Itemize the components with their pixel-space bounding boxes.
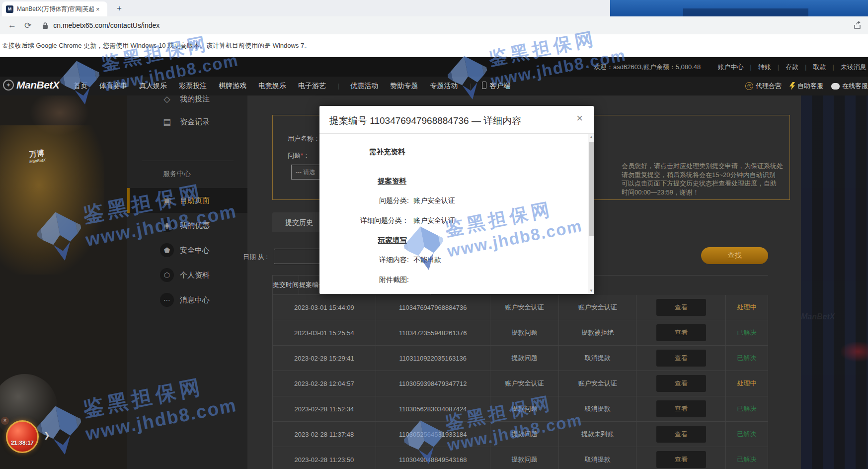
widget-expand-chevron-icon[interactable]: ❯ (44, 431, 50, 440)
sidebar-item[interactable]: ⋯ 消息中心 (127, 287, 247, 312)
cell-detail: 查看 (636, 447, 726, 469)
scroll-up-icon[interactable]: ▲ (589, 135, 594, 139)
url-text[interactable]: cn.mebetx65.com/contactUs/index (53, 21, 159, 29)
view-button[interactable]: 查看 (656, 400, 706, 417)
sidebar-item[interactable]: ▤ 资金记录 (127, 110, 247, 133)
cell-category: 提款问题 (490, 320, 559, 346)
nav-right-menu: 代代理合营自助客服在线客服 (745, 77, 868, 95)
cell-status: 已解决 (726, 396, 768, 422)
account-link[interactable]: 账户中心 (717, 63, 743, 72)
nav-item[interactable]: 彩票投注 (179, 82, 207, 91)
account-link[interactable]: 取款 (798, 63, 826, 72)
nav-item[interactable]: 电竞娱乐 (258, 82, 286, 91)
sidebar-item[interactable]: ◉ 我的优惠 (127, 213, 247, 238)
tab-close-icon[interactable]: × (96, 5, 100, 13)
modal-heading-supplement: 需补充资料 (369, 147, 405, 157)
cell-category: 提款问题 (490, 396, 559, 422)
refresh-icon[interactable]: ⟳ (24, 20, 31, 31)
modal-heading-proposal: 提案资料 (378, 177, 406, 186)
cell-subcategory: 取消提款 (559, 346, 636, 371)
modal-scrollbar[interactable]: ▲ ▼ (588, 134, 594, 294)
sidebar-item-icon: ⋯ (160, 293, 174, 307)
background-window-titlebar (683, 8, 808, 16)
nav-item[interactable]: 棋牌游戏 (219, 82, 246, 91)
modal-heading-player: 玩家填写 (378, 236, 407, 245)
account-bar: 欢迎：asd62603,账户余额：5,080.48 账户中心转账存款取款未读消息 (0, 57, 868, 77)
sidebar-item-label: 资金记录 (180, 117, 210, 127)
search-button[interactable]: 查找 (701, 247, 768, 264)
new-tab-button[interactable]: + (113, 2, 125, 14)
cell-proposal-id: 1103110922035163136 (376, 346, 490, 371)
cell-submit-time: 2023-02-28 11:37:48 (273, 422, 376, 447)
window-frame-aero (610, 0, 868, 16)
tab-submit-history[interactable]: 提交历史 (272, 212, 326, 232)
cell-proposal-id: 1103476947968884736 (376, 295, 490, 320)
account-link[interactable]: 未读消息 (826, 63, 867, 72)
view-button[interactable]: 查看 (656, 375, 706, 392)
member-sidebar: ◇ 我的投注 ▤ 资金记录 服务中心 ▣ 自助页面 ◉ 我的优惠 ⬟ 安全中心 … (127, 95, 247, 469)
nav-item[interactable]: 客户端 (470, 82, 510, 91)
cell-status: 已解决 (726, 320, 768, 346)
view-button[interactable]: 查看 (656, 350, 706, 367)
history-table: 提交时间提案编号问题分类详细问题分类详细内容状态 2023-03-01 15:4… (272, 275, 768, 469)
nav-item[interactable]: 电子游艺 (298, 82, 326, 91)
logo-text: ManBetX (16, 79, 59, 91)
cell-proposal-id: 1103472355948261376 (376, 320, 490, 346)
nav-item[interactable]: 专题活动 (430, 82, 458, 91)
table-row: 2023-02-28 15:29:41 1103110922035163136 … (273, 346, 768, 371)
sidebar-item-icon: ▤ (160, 115, 174, 129)
proposal-detail-modal: 提案编号 1103476947968884736 — 详细内容 × 需补充资料 … (319, 106, 594, 294)
status-badge: 已解决 (737, 455, 757, 464)
account-link[interactable]: 转账 (743, 63, 771, 72)
username-label: 用户名称： (288, 134, 320, 143)
sidebar-item[interactable]: ⬟ 安全中心 (127, 238, 247, 263)
sidebar-item-icon: ⬟ (160, 243, 174, 257)
modal-field-subcategory: 详细问题分类：账户安全认证 (319, 216, 455, 225)
sidebar-item-label: 我的优惠 (180, 221, 210, 230)
cell-submit-time: 2023-03-01 15:25:54 (273, 320, 376, 346)
cell-detail: 查看 (636, 346, 726, 371)
modal-close-icon[interactable]: × (576, 112, 583, 125)
cell-submit-time: 2023-03-01 15:44:09 (273, 295, 376, 320)
nav-item[interactable]: 优惠活动 (338, 82, 378, 91)
account-links: 账户中心转账存款取款未读消息 (717, 63, 867, 72)
modal-title: 提案编号 1103476947968884736 — 详细内容 (329, 114, 521, 127)
nav-right-item[interactable]: 自助客服 (789, 82, 823, 91)
nav-right-item[interactable]: 代代理合营 (745, 82, 782, 91)
site-logo[interactable]: ✦ ManBetX (3, 79, 59, 91)
modal-field-attachment: 附件截图: (319, 276, 413, 284)
view-button[interactable]: 查看 (656, 324, 706, 341)
right-background-player-image: ManBetX (801, 95, 868, 469)
lock-icon (42, 22, 48, 29)
view-button[interactable]: 查看 (656, 299, 706, 316)
nav-item[interactable]: 真人娱乐 (139, 82, 167, 91)
cell-subcategory: 提款未到账 (559, 422, 636, 447)
status-badge: 已解决 (737, 430, 757, 439)
sidebar-item-label: 个人资料 (180, 271, 210, 280)
browser-tab-strip: M ManBetX(万博体育)官网|英超狼 × + (0, 0, 868, 16)
modal-separator (319, 133, 594, 134)
scrollbar-thumb[interactable] (589, 142, 594, 236)
view-button[interactable]: 查看 (656, 426, 706, 443)
cell-status: 已解决 (726, 346, 768, 371)
cell-category: 账户安全认证 (490, 371, 559, 396)
promo-red-ball-button[interactable] (6, 420, 39, 453)
sidebar-item[interactable]: ▣ 自助页面 (127, 188, 247, 213)
scroll-down-icon[interactable]: ▼ (589, 288, 594, 293)
view-button[interactable]: 查看 (656, 451, 706, 468)
nav-item[interactable]: 体育赛事 (99, 82, 127, 91)
nav-item[interactable]: 赞助专题 (390, 82, 418, 91)
share-icon[interactable] (853, 21, 862, 30)
status-badge: 已解决 (737, 328, 757, 337)
table-row: 2023-02-28 11:37:48 1103052564531933184 … (273, 422, 768, 447)
table-row: 2023-03-01 15:44:09 1103476947968884736 … (273, 295, 768, 320)
back-icon[interactable]: ← (8, 20, 16, 30)
browser-address-bar: ← ⟳ cn.mebetx65.com/contactUs/index (0, 16, 868, 34)
sidebar-item-label: 自助页面 (180, 196, 210, 205)
nav-item[interactable]: 首页 (74, 82, 87, 91)
sidebar-item[interactable]: ⬡ 个人资料 (127, 263, 247, 287)
account-link[interactable]: 存款 (771, 63, 798, 72)
nav-right-item[interactable]: 在线客服 (831, 82, 868, 91)
widget-close-icon[interactable]: × (1, 417, 9, 425)
browser-tab[interactable]: M ManBetX(万博体育)官网|英超狼 × (2, 1, 107, 16)
